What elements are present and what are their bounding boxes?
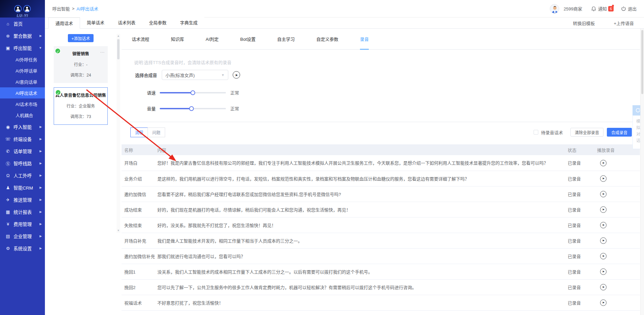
voice-select[interactable]: 小燕(标准女声) ▼ (162, 70, 228, 80)
chevron-right-icon: ▶ (40, 34, 42, 37)
detail-tab-2[interactable]: 知识库 (171, 29, 184, 49)
top-tab-2[interactable]: 简单话术 (80, 17, 111, 28)
window-scrollbar-thumb[interactable] (641, 30, 643, 94)
sidebar-subitem-3[interactable]: AI意向话单 (0, 76, 45, 87)
top-tab-1[interactable]: 通用话术 (48, 18, 80, 29)
voice-preview-play-button[interactable]: ▶ (233, 71, 240, 79)
speed-slider[interactable] (160, 92, 226, 93)
sidebar-item-terminal-device[interactable]: ☏终端设备▶ (0, 133, 45, 145)
window-scrollbar[interactable] (640, 29, 644, 315)
sidebar: LU-YI ⌂首页⊗聚合数据▶▣呼出智能▼AI外呼任务AI外呼话单AI意向话单A… (0, 0, 45, 315)
smart-line-icon: Ⓢ (5, 160, 11, 167)
script-list-scrollbar[interactable]: ▲ ▼ (117, 34, 120, 233)
avatar[interactable] (550, 4, 559, 13)
convert-old-template-link[interactable]: 转换旧模板 (573, 20, 595, 26)
row-play-cell: ▶ (594, 202, 640, 217)
script-card[interactable]: ✓真人录音鲁忆信息公司销售行业：企业服务调用次：73 (54, 87, 108, 125)
tts-note: 说明:选择TTS合成录音时，会清除话术原有的录音 (134, 59, 640, 65)
sidebar-subitem-1[interactable]: AI外呼任务 (0, 54, 45, 65)
merchant-name[interactable]: 2599商家 (564, 5, 582, 12)
script-card-industry: 行业：- (54, 61, 107, 67)
play-recording-icon[interactable]: ▶ (600, 284, 607, 290)
report-icon: ▦ (5, 209, 11, 214)
flow-tab-button[interactable]: 流程 (130, 127, 148, 137)
volume-slider[interactable] (160, 108, 226, 109)
sidebar-item-crm[interactable]: ♟智能CRM▶ (0, 181, 45, 194)
more-icon[interactable]: ... (100, 49, 105, 54)
upload-voice-link[interactable]: +上传语音 (614, 20, 634, 26)
detail-tab-7[interactable]: 录音 (360, 29, 369, 49)
chevron-right-icon: ▶ (40, 174, 42, 177)
scrollbar-thumb[interactable] (117, 39, 120, 59)
sidebar-item-smart-line[interactable]: Ⓢ智呼线路▶ (0, 157, 45, 169)
sidebar-item-home[interactable]: ⌂首页 (0, 18, 45, 30)
scrollbar-up-icon[interactable]: ▲ (117, 34, 120, 37)
detail-tab-1[interactable]: 话术流程 (132, 29, 149, 49)
detail-tab-4[interactable]: Bot设置 (240, 29, 256, 49)
synthesize-recording-button[interactable]: 合成录音 (607, 128, 632, 137)
row-content: 不好意思打扰了，祝您生活愉快！ (155, 295, 565, 310)
sidebar-item-company[interactable]: ▤企业管理▶ (0, 230, 45, 242)
pending-recording-checkbox[interactable] (534, 130, 538, 135)
chevron-right-icon: ▶ (40, 198, 42, 201)
script-card-title: 钢管销售 (54, 50, 107, 57)
sidebar-item-push[interactable]: ✈推送管理▶ (0, 194, 45, 206)
sidebar-subitem-5[interactable]: AI话术市场 (0, 98, 45, 110)
recording-table: 名称 内容 状态 播放录音 开场白您好！我是内蒙古鲁忆信息科技有限公司的郭经理，… (122, 144, 640, 311)
script-card[interactable]: ✓...钢管销售行业：-调用次：24 (54, 46, 108, 83)
scrollbar-down-icon[interactable]: ▼ (117, 229, 120, 232)
play-recording-icon[interactable]: ▶ (600, 237, 607, 244)
chevron-right-icon: ▶ (40, 247, 42, 250)
play-recording-icon[interactable]: ▶ (600, 191, 607, 197)
play-recording-icon[interactable]: ▶ (600, 222, 607, 228)
sidebar-subitem-6[interactable]: 人机耦合 (0, 110, 45, 121)
logo-avatar-icon (14, 5, 22, 12)
sidebar-item-label: 话单管理 (14, 148, 32, 154)
question-tab-button[interactable]: 问题 (148, 127, 165, 137)
sidebar-item-settings[interactable]: ⚙系统设置▶ (0, 242, 45, 254)
voice-label: 选择合成音 (135, 72, 157, 78)
column-header-status: 状态 (565, 144, 594, 155)
sidebar-item-aggregate-data[interactable]: ⊗聚合数据▶ (0, 30, 45, 42)
play-recording-icon[interactable]: ▶ (600, 253, 607, 259)
notice-label[interactable]: 通知 (598, 5, 607, 12)
detail-tab-3[interactable]: AI判定 (206, 29, 218, 49)
detail-tab-5[interactable]: 自主学习 (277, 29, 295, 49)
check-icon: ✓ (55, 48, 61, 54)
top-tab-4[interactable]: 全局参数 (142, 17, 173, 28)
play-recording-icon[interactable]: ▶ (600, 268, 607, 275)
row-content: 没关系，我们人工智能技术的成本相同工作量下人工成本的三分之一。以后有需要可以拨打… (155, 264, 565, 279)
sidebar-item-inbound-ai[interactable]: ◉呼入智能▶ (0, 121, 45, 133)
play-recording-icon[interactable]: ▶ (600, 175, 607, 182)
top-tab-3[interactable]: 话术列表 (111, 17, 142, 28)
logo-avatar-icon (23, 5, 31, 12)
sidebar-item-outbound-ai[interactable]: ▣呼出智能▼ (0, 42, 45, 54)
add-script-button[interactable]: +添加话术 (68, 34, 94, 42)
chevron-right-icon: ▶ (40, 186, 42, 189)
volume-slider-handle[interactable] (189, 106, 194, 111)
table-row: 挽回2您可以先了解一下，公共卫生服务中的很多工作人做肯定费时耗力，机器可以轻松解… (122, 279, 640, 295)
script-type-tabbar: 通用话术简单话术话术列表全局参数字典生成 转换旧模板+上传语音 (45, 18, 644, 29)
play-recording-icon[interactable]: ▶ (600, 206, 607, 213)
sidebar-subitem-2[interactable]: AI外呼话单 (0, 65, 45, 76)
clear-all-recordings-button[interactable]: 清除全部录音 (570, 128, 603, 137)
table-row: 成功结束好的，我们现在是机器打的电话，尽情谅解，稍后我们可能会人工和您沟通，祝您… (122, 202, 640, 217)
play-recording-icon[interactable]: ▶ (600, 160, 607, 166)
sidebar-item-call-record[interactable]: ✆话单管理▶ (0, 145, 45, 157)
simulate-dialog-label: 模拟对话 (635, 119, 641, 145)
sidebar-item-report[interactable]: ▦统计报表▶ (0, 206, 45, 218)
notification-area[interactable]: 通知 6 (591, 5, 614, 12)
logout-label[interactable]: 退出 (628, 5, 637, 12)
aggregate-data-icon: ⊗ (5, 33, 11, 38)
sidebar-subitem-4[interactable]: AI呼出话术 (0, 87, 45, 98)
sidebar-item-fee[interactable]: ¥费用管理▶ (0, 218, 45, 230)
play-recording-icon[interactable]: ▶ (600, 299, 607, 306)
sidebar-item-label: 费用管理 (14, 221, 32, 227)
sidebar-item-manual-call[interactable]: Ω人工外呼▶ (0, 169, 45, 181)
column-header-content: 内容 (155, 144, 565, 155)
breadcrumb-parent[interactable]: 呼出智能 (52, 5, 70, 12)
speed-slider-handle[interactable] (190, 90, 195, 95)
logout-area[interactable]: 退出 (621, 5, 637, 12)
top-tab-5[interactable]: 字典生成 (173, 17, 204, 28)
detail-tab-6[interactable]: 自定义参数 (316, 29, 338, 49)
